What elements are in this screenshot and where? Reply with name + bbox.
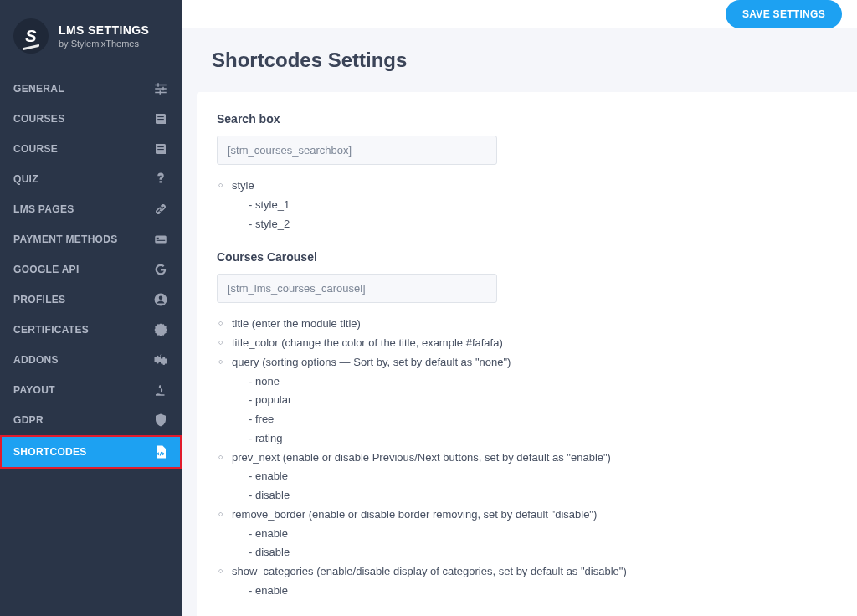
section-title-carousel: Courses Carousel [217,250,837,264]
svg-rect-8 [157,146,164,147]
puzzle-icon [153,352,168,367]
card-icon [153,232,168,247]
sidebar-item-label: GOOGLE API [13,264,80,275]
svg-rect-10 [155,236,167,244]
sidebar-item-label: CERTIFICATES [13,324,89,336]
param-list: style style_1 style_2 [217,177,837,234]
sidebar: S LMS SETTINGS by StylemixThemes GENERAL… [0,0,182,616]
sidebar-item-label: PAYOUT [13,384,55,396]
sidebar-item-profiles[interactable]: PROFILES [0,285,182,315]
shortcode-input-searchbox[interactable] [217,136,497,165]
param-item: style style_1 style_2 [217,177,837,234]
sliders-icon [153,81,168,96]
sidebar-item-label: QUIZ [13,173,38,185]
sidebar-item-label: PAYMENT METHODS [13,234,118,245]
param-list: title (enter the module title) title_col… [217,315,837,600]
google-icon [153,262,168,277]
param-item: title_color (change the color of the tit… [217,334,837,353]
app-title: LMS SETTINGS [59,23,149,37]
hand-dollar-icon [153,382,168,398]
sidebar-item-payout[interactable]: PAYOUT [0,375,182,405]
logo: S LMS SETTINGS by StylemixThemes [0,0,182,74]
book-icon [153,111,168,126]
book-icon [153,141,168,157]
sidebar-item-label: GDPR [13,414,44,426]
sidebar-item-course[interactable]: COURSE [0,134,182,164]
sidebar-item-certificates[interactable]: CERTIFICATES [0,315,182,345]
shortcode-input-carousel[interactable] [217,274,497,303]
svg-rect-1 [155,88,167,90]
svg-rect-3 [157,83,159,87]
param-item: remove_border (enable or disable border … [217,506,837,562]
svg-rect-0 [155,85,167,86]
topbar: SAVE SETTINGS [182,0,857,28]
sidebar-item-label: PROFILES [13,294,65,305]
page-title: Shortcodes Settings [182,28,857,92]
main: SAVE SETTINGS Shortcodes Settings Search… [182,0,857,616]
sidebar-item-lms-pages[interactable]: LMS PAGES [0,194,182,224]
sidebar-item-label: LMS PAGES [13,203,74,215]
sidebar-item-label: ADDONS [13,354,59,366]
svg-point-14 [159,296,163,300]
link-icon [153,202,168,217]
param-item: query (sorting options — Sort by, set by… [217,353,837,449]
sidebar-item-label: COURSES [13,113,64,125]
sidebar-item-label: SHORTCODES [13,446,87,458]
param-item: show_categories (enable/disable display … [217,562,837,601]
badge-icon [153,322,168,337]
sidebar-item-label: GENERAL [13,83,64,95]
sidebar-item-payment-methods[interactable]: PAYMENT METHODS [0,224,182,254]
nav: GENERAL COURSES COURSE QUIZ LMS PAGES PA… [0,74,182,469]
settings-panel: Search box style style_1 style_2 Courses… [197,92,857,616]
user-icon [153,292,168,307]
sidebar-item-shortcodes[interactable]: SHORTCODES [0,435,182,469]
sidebar-item-addons[interactable]: ADDONS [0,345,182,375]
shield-icon [153,413,168,428]
svg-rect-6 [157,116,164,117]
param-item: prev_next (enable or disable Previous/Ne… [217,449,837,506]
svg-rect-7 [157,119,164,120]
sidebar-item-courses[interactable]: COURSES [0,104,182,134]
question-icon [153,172,168,187]
section-title-searchbox: Search box [217,112,837,126]
sidebar-item-quiz[interactable]: QUIZ [0,164,182,194]
param-item: title (enter the module title) [217,315,837,334]
sidebar-item-google-api[interactable]: GOOGLE API [0,254,182,285]
sidebar-item-general[interactable]: GENERAL [0,74,182,104]
svg-rect-11 [157,238,159,239]
svg-rect-4 [162,87,164,91]
code-file-icon [153,444,168,459]
app-subtitle: by StylemixThemes [59,38,149,49]
svg-rect-9 [157,149,164,150]
svg-rect-5 [160,90,162,95]
svg-rect-12 [157,240,166,241]
save-settings-button[interactable]: SAVE SETTINGS [726,0,842,28]
logo-icon: S [13,18,49,54]
sidebar-item-label: COURSE [13,143,58,155]
sidebar-item-gdpr[interactable]: GDPR [0,405,182,435]
